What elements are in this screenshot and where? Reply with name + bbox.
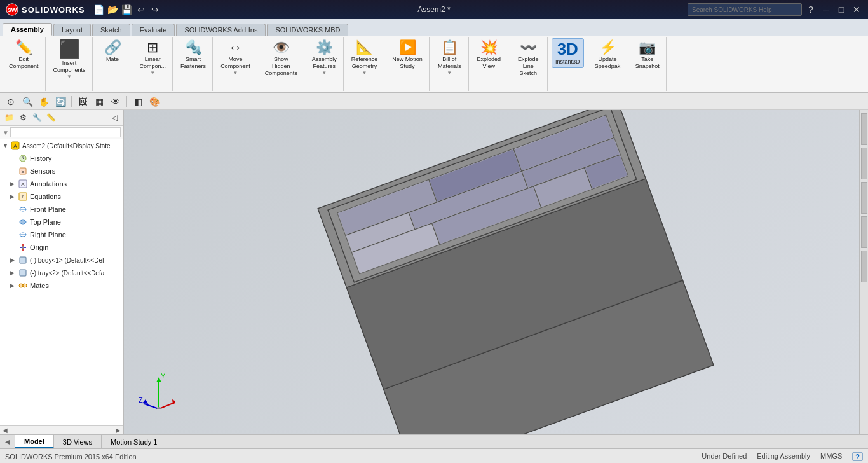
tab-evaluate[interactable]: Evaluate: [132, 24, 175, 36]
assembly-features-btn[interactable]: ⚙️ AssemblyFeatures ▼: [308, 38, 341, 78]
svg-rect-20: [20, 257, 26, 263]
config-manager-btn[interactable]: 🔧: [31, 111, 43, 124]
zoom-to-fit-btn[interactable]: ⊙: [4, 95, 18, 109]
dim-expert-btn[interactable]: 📏: [44, 111, 57, 124]
tree-top-plane[interactable]: Top Plane: [0, 216, 123, 228]
rotate-btn[interactable]: 🔄: [53, 95, 67, 109]
appearance-btn[interactable]: 🎨: [147, 95, 161, 109]
instant3d-btn[interactable]: 3D Instant3D: [552, 38, 584, 68]
collapse-all-btn[interactable]: ◁: [108, 111, 121, 124]
svg-text:S: S: [21, 169, 24, 174]
document-title: Assem2 *: [417, 5, 450, 14]
insert-components-icon: ⬛: [58, 41, 81, 59]
svg-text:Σ: Σ: [22, 194, 25, 200]
hide-show-btn[interactable]: 👁: [109, 95, 123, 109]
viewport[interactable]: Y X Z: [124, 110, 868, 434]
new-btn[interactable]: 📄: [93, 3, 105, 16]
explode-line-btn[interactable]: 〰️ ExplodeLineSketch: [512, 38, 544, 79]
maximize-btn[interactable]: □: [835, 3, 848, 16]
right-panel-btn-1[interactable]: [861, 113, 867, 145]
zoom-in-btn[interactable]: 🔍: [20, 95, 34, 109]
right-panel-btn-2[interactable]: [861, 148, 867, 179]
redo-btn[interactable]: ↪: [149, 3, 161, 16]
tree-history[interactable]: History: [0, 152, 123, 165]
take-snapshot-btn[interactable]: 📷 TakeSnapshot: [632, 38, 663, 73]
tree-annotations[interactable]: ▶ A Annotations: [0, 177, 123, 190]
new-motion-study-btn[interactable]: ▶️ New MotionStudy: [388, 38, 426, 73]
tree-mates[interactable]: ▶ Mates: [0, 279, 123, 292]
help-btn[interactable]: ?: [804, 3, 817, 16]
tab-motion-study[interactable]: Motion Study 1: [102, 435, 166, 448]
tab-3d-views[interactable]: 3D Views: [54, 435, 102, 448]
bottom-tabs: ◀ Model 3D Views Motion Study 1: [0, 434, 868, 448]
group-reference-geometry: 📐 ReferenceGeometry ▼: [345, 37, 385, 91]
tree-body[interactable]: ▶ (-) body<1> (Default<<Def: [0, 254, 123, 266]
section-view-btn[interactable]: ◧: [131, 95, 145, 109]
group-edit-buttons: ✏️ EditComponent: [5, 38, 43, 90]
tab-scroll-left[interactable]: ◀: [0, 438, 15, 445]
group-show-hidden: 👁️ ShowHiddenComponents: [259, 37, 304, 91]
svg-point-57: [157, 407, 161, 409]
exploded-view-btn[interactable]: 💥 ExplodedView: [473, 38, 505, 73]
tab-model[interactable]: Model: [15, 435, 54, 448]
tab-assembly[interactable]: Assembly: [3, 23, 52, 36]
equations-icon: Σ: [18, 191, 28, 202]
display-style-btn[interactable]: 🖼: [76, 95, 90, 109]
tree-root[interactable]: ▼ A Assem2 (Default<Display State: [0, 139, 123, 152]
search-input[interactable]: [688, 3, 802, 16]
snapshot-icon: 📷: [639, 41, 656, 55]
tree-equations[interactable]: ▶ Σ Equations: [0, 190, 123, 203]
assembly-features-icon: ⚙️: [316, 41, 333, 55]
tree-front-plane[interactable]: Front Plane: [0, 203, 123, 216]
group-assembly-features: ⚙️ AssemblyFeatures ▼: [306, 37, 344, 91]
right-panel-btn-5[interactable]: [861, 251, 867, 282]
scroll-left-btn[interactable]: ◀: [3, 427, 8, 434]
exploded-view-icon: 💥: [480, 41, 498, 55]
right-panel-btn-4[interactable]: [861, 216, 867, 248]
sw-logo-icon: SW: [5, 3, 19, 17]
tree-origin[interactable]: Origin: [0, 241, 123, 254]
group-motion-study: ▶️ New MotionStudy: [386, 37, 430, 91]
group-instant3d: 3D Instant3D: [549, 37, 587, 91]
reference-geometry-btn[interactable]: 📐 ReferenceGeometry ▼: [348, 38, 382, 78]
secondary-toolbar: ⊙ 🔍 ✋ 🔄 🖼 ▦ 👁 ◧ 🎨: [0, 93, 868, 110]
edit-component-btn[interactable]: ✏️ EditComponent: [5, 38, 43, 73]
ribbon-tabs: Assembly Layout Sketch Evaluate SOLIDWOR…: [0, 19, 868, 36]
tab-layout[interactable]: Layout: [53, 24, 91, 36]
minimize-btn[interactable]: ─: [820, 3, 832, 16]
linear-component-btn[interactable]: ⊞ LinearCompon... ▼: [136, 38, 170, 78]
mate-btn[interactable]: 🔗 Mate: [97, 38, 128, 66]
quick-access-toolbar: 📄 📂 💾 ↩ ↪: [93, 3, 688, 16]
close-btn[interactable]: ✕: [850, 3, 863, 16]
group-bom: 📋 Bill ofMaterials ▼: [431, 37, 469, 91]
model-3d: [273, 110, 769, 434]
scroll-right-btn[interactable]: ▶: [116, 427, 121, 434]
view-orientation-btn[interactable]: ▦: [92, 95, 106, 109]
tree-sensors[interactable]: S Sensors: [0, 165, 123, 177]
update-speedpak-btn[interactable]: ⚡ UpdateSpeedpak: [591, 38, 625, 73]
tree-tray[interactable]: ▶ (-) tray<2> (Default<<Defa: [0, 266, 123, 279]
right-panel-btn-3[interactable]: [861, 182, 867, 214]
property-manager-btn[interactable]: ⚙: [17, 111, 29, 124]
body-component-icon: [18, 255, 28, 265]
tab-addins[interactable]: SOLIDWORKS Add-Ins: [176, 24, 266, 36]
save-btn[interactable]: 💾: [121, 3, 133, 16]
tree-right-plane[interactable]: Right Plane: [0, 228, 123, 241]
svg-line-54: [144, 404, 159, 409]
open-btn[interactable]: 📂: [107, 3, 119, 16]
tab-mbd[interactable]: SOLIDWORKS MBD: [267, 24, 348, 36]
smart-fasteners-btn[interactable]: 🔩 SmartFasteners: [177, 38, 210, 73]
show-hidden-btn[interactable]: 👁️ ShowHiddenComponents: [261, 38, 301, 79]
help-btn-status[interactable]: ?: [852, 452, 863, 461]
insert-components-btn[interactable]: ⬛ InsertComponents ▼: [50, 38, 90, 82]
pan-btn[interactable]: ✋: [37, 95, 51, 109]
assembly-icon: A: [10, 141, 20, 151]
group-exploded-view: 💥 ExplodedView: [470, 37, 508, 91]
bill-of-materials-btn[interactable]: 📋 Bill ofMaterials ▼: [433, 38, 465, 78]
move-component-btn[interactable]: ↔️ MoveComponent ▼: [217, 38, 254, 78]
group-insert: ⬛ InsertComponents ▼: [47, 37, 93, 91]
tab-sketch[interactable]: Sketch: [92, 24, 130, 36]
tree-filter-input[interactable]: [10, 127, 121, 137]
undo-btn[interactable]: ↩: [135, 3, 147, 16]
feature-manager-btn[interactable]: 📁: [3, 111, 15, 124]
